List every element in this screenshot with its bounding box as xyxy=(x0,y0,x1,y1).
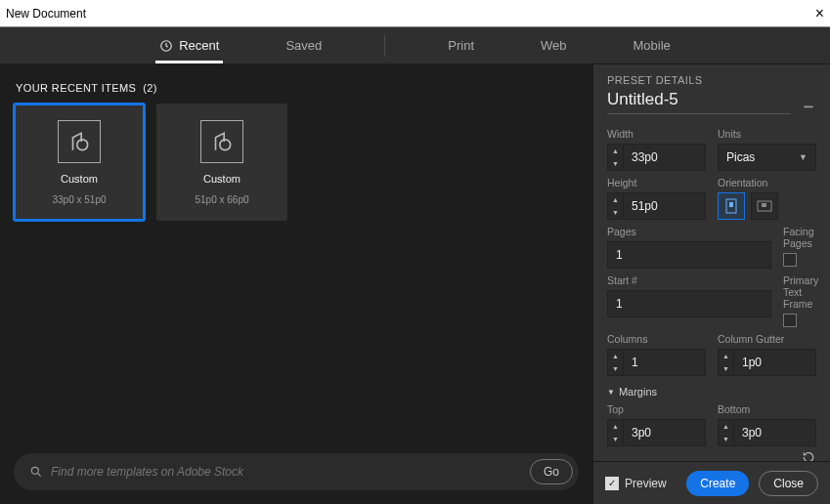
stock-search-bar: Go xyxy=(14,453,579,490)
close-icon[interactable]: × xyxy=(815,6,824,21)
margins-section-toggle[interactable]: ▼ Margins xyxy=(607,386,816,398)
close-button[interactable]: Close xyxy=(759,471,818,496)
column-gutter-label: Column Gutter xyxy=(718,333,816,345)
window-title: New Document xyxy=(6,7,86,21)
orientation-label: Orientation xyxy=(718,177,816,189)
preset-cards: Custom 33p0 x 51p0 Custom 51p0 x 66p0 xyxy=(14,104,579,221)
stepper-up-icon[interactable]: ▲ xyxy=(719,420,733,433)
height-label: Height xyxy=(607,177,706,189)
columns-input[interactable]: ▲▼ xyxy=(607,349,706,376)
margin-top-input[interactable]: ▲▼ xyxy=(607,419,706,446)
stepper-up-icon[interactable]: ▲ xyxy=(608,145,623,157)
chevron-down-icon: ▼ xyxy=(799,152,808,162)
margins-label: Margins xyxy=(619,386,657,398)
stepper-down-icon[interactable]: ▼ xyxy=(608,157,623,170)
column-gutter-field[interactable] xyxy=(733,349,816,376)
category-tabs: Recent Saved Print Web Mobile xyxy=(0,27,830,64)
tab-separator xyxy=(384,35,385,57)
preview-checkbox[interactable]: ✓ xyxy=(605,477,619,490)
tab-mobile-label: Mobile xyxy=(633,38,671,53)
margin-top-label: Top xyxy=(607,403,706,415)
create-button[interactable]: Create xyxy=(686,471,749,496)
height-input[interactable]: ▲▼ xyxy=(607,192,706,220)
preset-card[interactable]: Custom 51p0 x 66p0 xyxy=(156,104,287,221)
primary-text-frame-label: Primary Text Frame xyxy=(783,274,818,310)
go-button[interactable]: Go xyxy=(530,459,573,484)
preset-card[interactable]: Custom 33p0 x 51p0 xyxy=(14,104,145,221)
svg-point-2 xyxy=(220,139,231,149)
preset-dims: 33p0 x 51p0 xyxy=(52,194,106,205)
tab-mobile[interactable]: Mobile xyxy=(630,28,675,63)
stepper-down-icon[interactable]: ▼ xyxy=(608,362,623,375)
stepper-up-icon[interactable]: ▲ xyxy=(608,193,623,206)
presets-panel: YOUR RECENT ITEMS (2) Custom 33p0 x 51p0… xyxy=(0,64,592,504)
titlebar: New Document × xyxy=(0,0,830,27)
tab-print[interactable]: Print xyxy=(444,28,478,63)
margin-bottom-field[interactable] xyxy=(733,419,816,446)
pages-label: Pages xyxy=(607,226,771,237)
page-shape-icon xyxy=(66,129,92,154)
preset-details-panel: PRESET DETAILS Untitled-5 Width ▲▼ Units xyxy=(592,64,830,504)
preset-name: Custom xyxy=(203,173,240,185)
columns-label: Columns xyxy=(607,333,706,345)
recent-heading: YOUR RECENT ITEMS (2) xyxy=(16,82,579,94)
chevron-down-icon: ▼ xyxy=(607,388,615,397)
stepper-up-icon[interactable]: ▲ xyxy=(608,420,623,433)
tab-saved[interactable]: Saved xyxy=(282,28,326,63)
units-select[interactable]: Picas ▼ xyxy=(718,144,816,171)
units-value: Picas xyxy=(726,150,755,164)
margin-bottom-label: Bottom xyxy=(718,403,816,415)
portrait-icon xyxy=(725,198,737,214)
width-input[interactable]: ▲▼ xyxy=(607,144,706,171)
orientation-landscape-button[interactable] xyxy=(751,192,778,220)
width-label: Width xyxy=(607,128,706,140)
facing-pages-label: Facing Pages xyxy=(783,226,816,249)
stepper-down-icon[interactable]: ▼ xyxy=(719,362,733,375)
height-field[interactable] xyxy=(623,192,706,220)
preset-thumb xyxy=(200,120,243,163)
tab-recent[interactable]: Recent xyxy=(155,28,223,63)
page-shape-icon xyxy=(209,129,235,154)
svg-rect-7 xyxy=(762,203,766,207)
start-number-label: Start # xyxy=(607,274,771,286)
svg-point-3 xyxy=(31,467,38,474)
pages-input[interactable] xyxy=(607,241,771,269)
columns-field[interactable] xyxy=(623,349,706,376)
stepper-up-icon[interactable]: ▲ xyxy=(608,350,623,362)
link-margins-icon[interactable] xyxy=(801,450,816,461)
stepper-up-icon[interactable]: ▲ xyxy=(719,350,733,362)
landscape-icon xyxy=(757,200,772,212)
orientation-portrait-button[interactable] xyxy=(718,192,745,220)
primary-text-frame-checkbox[interactable] xyxy=(783,314,797,327)
preset-thumb xyxy=(58,120,101,163)
stepper-down-icon[interactable]: ▼ xyxy=(608,433,623,445)
svg-point-1 xyxy=(77,139,88,149)
start-number-input[interactable] xyxy=(607,290,771,317)
preset-details-heading: PRESET DETAILS xyxy=(593,64,830,90)
stepper-down-icon[interactable]: ▼ xyxy=(719,433,733,445)
tab-print-label: Print xyxy=(448,38,474,53)
search-icon xyxy=(29,465,43,479)
column-gutter-input[interactable]: ▲▼ xyxy=(718,349,816,376)
tab-web[interactable]: Web xyxy=(537,28,571,63)
recent-count: (2) xyxy=(143,82,157,94)
tab-saved-label: Saved xyxy=(285,38,322,53)
preset-dims: 51p0 x 66p0 xyxy=(195,194,248,205)
tab-recent-label: Recent xyxy=(179,38,219,53)
units-label: Units xyxy=(718,128,816,140)
svg-rect-5 xyxy=(729,202,733,207)
preset-name: Custom xyxy=(61,173,98,185)
stepper-down-icon[interactable]: ▼ xyxy=(608,206,623,219)
width-field[interactable] xyxy=(623,144,706,171)
margin-bottom-input[interactable]: ▲▼ xyxy=(718,419,816,446)
save-preset-icon[interactable] xyxy=(801,96,816,109)
document-name-input[interactable]: Untitled-5 xyxy=(607,90,791,114)
recent-heading-text: YOUR RECENT ITEMS xyxy=(16,82,136,94)
preview-label: Preview xyxy=(625,477,667,490)
margin-top-field[interactable] xyxy=(623,419,706,446)
clock-icon xyxy=(159,39,173,53)
facing-pages-checkbox[interactable] xyxy=(783,253,797,267)
dialog-footer: ✓ Preview Create Close xyxy=(593,461,830,504)
stock-search-input[interactable] xyxy=(51,465,522,479)
tab-web-label: Web xyxy=(541,38,567,53)
